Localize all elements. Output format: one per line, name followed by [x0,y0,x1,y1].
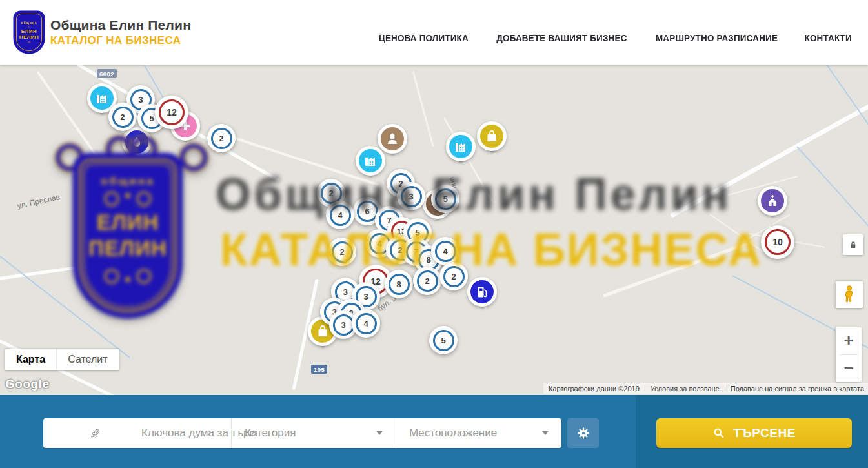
cluster-count: 12 [159,99,185,125]
search-icon [712,427,725,440]
site-logo[interactable]: община ∞ ЕЛИН ПЕЛИН ∞ Община Елин Пелин … [14,12,191,53]
map-cluster-marker[interactable]: 4 [326,201,354,229]
map-attribution: Картографски данни ©2019 Условия за полз… [543,383,868,394]
map-cluster-marker[interactable]: 2 [413,267,441,295]
site-subtitle: КАТАЛОГ НА БИЗНЕСА [50,34,191,47]
municipality-crest-logo: община ∞ ЕЛИН ПЕЛИН ∞ [14,12,44,53]
nav-item-add-business[interactable]: ДОБАВЕТЕ ВАШИЯТ БИЗНЕС [496,33,627,43]
factory-icon [446,132,476,161]
cluster-count: 2 [332,241,353,263]
map-cluster-layer: 325122235264713542278412822333834510 [0,65,868,395]
pencil-icon: ✎ [90,426,101,442]
map-type-control: Карта Сателит [5,349,119,370]
nav-item-contacts[interactable]: КОНТАКТИ [804,33,851,43]
church-icon [758,186,787,216]
site-title-block: Община Елин Пелин КАТАЛОГ НА БИЗНЕСА [50,17,191,47]
search-input[interactable] [140,426,259,440]
cluster-count: 2 [112,107,134,128]
attribution-copyright: Картографски данни ©2019 [549,385,640,392]
map-lock-control[interactable] [843,234,863,255]
google-logo[interactable]: Google [5,377,49,391]
map-pin-fuel-marker[interactable] [467,277,497,307]
road-shield: 6002 [97,69,117,78]
cluster-count: 2 [417,270,438,292]
nav-item-pricing[interactable]: ЦЕНОВА ПОЛИТИКА [379,33,469,43]
location-select[interactable]: Местоположение [396,418,561,448]
map-cluster-marker[interactable]: 2 [207,124,236,152]
search-button-label: ТЪРСЕНЕ [733,426,796,440]
map-cluster-marker[interactable]: 10 [761,225,794,259]
advanced-search-button[interactable] [567,418,599,448]
keyword-field[interactable]: ✎ [43,418,231,448]
map-pin-factory-marker[interactable] [356,146,385,176]
cluster-count: 10 [765,229,791,255]
road-shield: 105 [311,365,327,374]
site-header: община ∞ ЕЛИН ПЕЛИН ∞ Община Елин Пелин … [0,0,868,65]
map-canvas[interactable]: 6002 105 ул. Преслав бул. „Новосел ции 3… [0,65,868,395]
cluster-count: 4 [330,205,351,226]
factory-icon [356,146,385,176]
page: 6002 105 ул. Преслав бул. „Новосел ции 3… [0,0,868,468]
gear-icon [576,426,590,440]
pegman-icon [841,285,858,304]
cluster-count: 2 [211,128,232,149]
map-pin-bag-marker[interactable] [477,121,507,151]
lock-icon [847,239,859,250]
crest-name-text: ЕЛИН [21,28,37,34]
search-button[interactable]: ТЪРСЕНЕ [656,418,852,448]
cluster-count: 2 [443,266,465,287]
cluster-count: 5 [435,188,456,210]
cluster-count: 4 [435,241,456,262]
cluster-count: 3 [401,186,422,207]
cluster-count: 3 [333,314,354,336]
bag-icon [477,121,507,151]
chevron-down-icon [376,431,383,435]
map-cluster-marker[interactable]: 5 [431,185,459,213]
map-cluster-marker[interactable]: 2 [439,262,468,290]
map-cluster-marker[interactable]: 12 [155,96,188,129]
map-cluster-marker[interactable]: 3 [397,182,425,210]
map-cluster-marker[interactable]: 4 [352,309,380,338]
search-bar: ✎ Категория Местоположение [0,395,868,468]
map-cluster-marker[interactable]: 4 [431,237,459,265]
cluster-count: 8 [389,274,410,295]
map-cluster-marker[interactable]: 2 [328,238,356,266]
map-cluster-marker[interactable]: 2 [108,103,137,131]
map-pin-factory-marker[interactable] [446,132,476,161]
zoom-in-button[interactable]: + [836,327,862,354]
nav-item-bus-schedule[interactable]: МАРШРУТНО РАЗПИСАНИЕ [656,33,778,43]
cluster-count: 5 [433,330,454,351]
zoom-control: + − [836,327,862,382]
search-fields-group: ✎ Категория Местоположение [43,418,561,448]
main-nav: ЦЕНОВА ПОЛИТИКА ДОБАВЕТЕ ВАШИЯТ БИЗНЕС М… [377,0,853,65]
map-type-map-button[interactable]: Карта [5,349,56,370]
chevron-down-icon [542,431,549,435]
map-cluster-marker[interactable]: 8 [385,270,413,298]
street-view-pegman[interactable] [836,281,863,308]
fuel-icon [467,277,497,307]
site-title: Община Елин Пелин [50,17,191,33]
cluster-count: 4 [356,313,377,334]
report-error-link[interactable]: Подаване на сигнал за грешка в картата [731,385,864,392]
map-pin-church-marker[interactable] [758,186,787,216]
map-type-satellite-button[interactable]: Сателит [56,349,118,370]
zoom-out-button[interactable]: − [836,355,862,382]
map-cluster-marker[interactable]: 5 [429,326,458,354]
crest-ornament: ∞ [28,40,30,44]
crest-name-text: ПЕЛИН [19,34,39,40]
location-select-label: Местоположение [409,427,497,440]
terms-link[interactable]: Условия за ползване [651,385,720,392]
